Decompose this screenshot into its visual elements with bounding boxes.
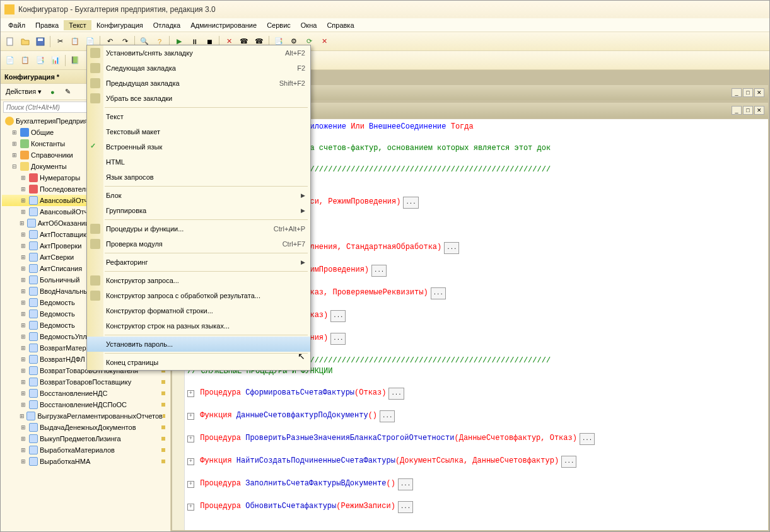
next-icon (90, 63, 100, 73)
fold-button[interactable]: + (187, 390, 194, 397)
menu-admin[interactable]: Администрирование (185, 20, 262, 30)
doc2-close-icon[interactable]: ✕ (754, 106, 764, 115)
menu-shortcut: Ctrl+Alt+P (274, 225, 305, 233)
tree-doc-item[interactable]: ⊞ВосстановлениеНДСПоОС (2, 399, 169, 410)
fold-button[interactable]: + (187, 458, 194, 465)
tree-doc-item[interactable]: ⊞ВосстановлениеНДС (2, 388, 169, 399)
menu-windows[interactable]: Окна (296, 20, 322, 30)
menu-item-установить-снять-закладку[interactable]: Установить/снять закладкуAlt+F2 (87, 45, 310, 61)
menu-item-текстовый-макет[interactable]: Текстовый макет (87, 124, 310, 139)
actions-menu[interactable]: Действия ▾ (3, 85, 44, 99)
menu-item-конструктор-форматной-строки-[interactable]: Конструктор форматной строки... (87, 303, 310, 318)
svg-rect-0 (7, 38, 13, 45)
fold-button[interactable]: + (187, 413, 194, 420)
menu-separator (105, 353, 308, 354)
ellipsis-button[interactable]: ... (398, 478, 413, 490)
ellipsis-button[interactable]: ... (580, 433, 595, 445)
menu-item-конструктор-запроса-[interactable]: Конструктор запроса... (87, 273, 310, 288)
menu-item-проверка-модуля[interactable]: Проверка модуляCtrl+F7 (87, 236, 310, 252)
menu-item-процедуры-и-функции-[interactable]: Процедуры и функции...Ctrl+Alt+P (87, 221, 310, 236)
tree-add[interactable]: ● (45, 85, 59, 99)
menu-item-рефакторинг[interactable]: Рефакторинг▶ (87, 255, 310, 270)
ellipsis-button[interactable]: ... (330, 310, 346, 322)
menu-item-убрать-все-закладки[interactable]: Убрать все закладки (87, 91, 310, 106)
menu-item-следующая-закладка[interactable]: Следующая закладкаF2 (87, 61, 310, 76)
doc2-max-icon[interactable]: □ (743, 106, 753, 115)
menu-debug[interactable]: Отладка (148, 20, 185, 30)
menu-item-html[interactable]: HTML (87, 154, 310, 170)
tree-doc-item[interactable]: ⊞ВыработкаНМА (2, 456, 169, 467)
menu-item-label: Конец страницы (106, 359, 305, 366)
menu-edit[interactable]: Правка (30, 20, 64, 30)
tree-edit[interactable]: ✎ (61, 85, 74, 99)
menu-item-текст[interactable]: Текст (87, 109, 310, 124)
fold-button[interactable]: + (187, 481, 194, 488)
menu-separator (105, 253, 308, 253)
tree-doc-item[interactable]: ⊞ВозвратТоваровПоставщику (2, 376, 169, 388)
proc-icon (90, 224, 100, 234)
ellipsis-button[interactable]: ... (330, 333, 346, 345)
ellipsis-button[interactable]: ... (444, 242, 459, 254)
fold-button[interactable]: + (187, 504, 194, 511)
ellipsis-button[interactable]: ... (388, 388, 404, 400)
doc2-min-icon[interactable]: _ (732, 106, 742, 115)
tb2-5[interactable]: 📗 (68, 54, 82, 67)
menu-item-label: Конструктор запроса с обработкой результ… (106, 292, 305, 299)
menu-help[interactable]: Справка (322, 20, 359, 30)
doc1-close-icon[interactable]: ✕ (754, 88, 764, 97)
title-bar: Конфигуратор - Бухгалтерия предприятия, … (1, 1, 769, 18)
menu-separator (105, 335, 308, 335)
tb2-1[interactable]: 📄 (3, 54, 17, 67)
menu-item-label: Установить пароль... (106, 340, 305, 348)
ellipsis-button[interactable]: ... (371, 265, 387, 277)
menu-service[interactable]: Сервис (262, 20, 296, 30)
menu-item-группировка[interactable]: Группировка▶ (87, 203, 310, 218)
tb-new[interactable] (3, 35, 17, 49)
menu-item-label: Конструктор запроса... (106, 277, 305, 284)
tb-copy[interactable]: 📋 (68, 35, 82, 49)
text-menu-dropdown: Установить/снять закладкуAlt+F2Следующая… (86, 45, 311, 371)
menu-item-язык-запросов[interactable]: Язык запросов (87, 170, 310, 185)
tb-save[interactable] (33, 35, 47, 49)
menu-config[interactable]: Конфигурация (91, 20, 148, 30)
menu-item-label: Конструктор строк на разных языках... (106, 322, 305, 330)
ellipsis-button[interactable]: ... (431, 287, 446, 299)
menu-item-блок[interactable]: Блок▶ (87, 188, 310, 203)
tb2-2[interactable]: 📋 (18, 54, 32, 67)
tree-doc-item[interactable]: ⊞ВыгрузкаРегламентированныхОтчетов (2, 410, 169, 422)
tb-open[interactable] (18, 35, 32, 49)
check-icon (90, 142, 100, 152)
ellipsis-button[interactable]: ... (380, 410, 395, 422)
doc1-min-icon[interactable]: _ (732, 88, 742, 97)
clear-icon (90, 93, 100, 103)
menu-item-предыдущая-закладка[interactable]: Предыдущая закладкаShift+F2 (87, 76, 310, 91)
menu-item-label: HTML (106, 158, 305, 166)
menu-shortcut: Ctrl+F7 (283, 240, 305, 248)
fold-button[interactable]: + (187, 436, 194, 442)
menu-text[interactable]: Текст (64, 20, 91, 30)
tb-cut[interactable]: ✂ (53, 35, 67, 49)
menu-item-конструктор-строк-на-разных-языках-[interactable]: Конструктор строк на разных языках... (87, 318, 310, 333)
doc1-max-icon[interactable]: □ (743, 88, 753, 97)
menu-item-конец-страницы[interactable]: Конец страницы (87, 355, 310, 370)
menu-item-конструктор-запроса-с-обработкой-результата-[interactable]: Конструктор запроса с обработкой результ… (87, 288, 310, 303)
menu-item-встроенный-язык[interactable]: Встроенный язык (87, 139, 310, 154)
bookmark-icon (90, 48, 100, 58)
tree-doc-item[interactable]: ⊞ВыдачаДенежныхДокументов (2, 422, 169, 433)
tree-doc-item[interactable]: ⊞ВыработкаМатериалов (2, 444, 169, 456)
tb-x2[interactable]: ✕ (317, 35, 331, 49)
tb2-3[interactable]: 📑 (33, 54, 47, 67)
main-window: Конфигуратор - Бухгалтерия предприятия, … (0, 0, 770, 532)
menu-item-label: Проверка модуля (106, 240, 283, 248)
ellipsis-button[interactable]: ... (561, 456, 576, 468)
tree-doc-item[interactable]: ⊞ВыкупПредметовЛизинга (2, 433, 169, 444)
menu-item-label: Предыдущая закладка (106, 79, 279, 87)
query2-icon (90, 291, 100, 301)
submenu-arrow-icon: ▶ (301, 259, 305, 265)
menu-item-установить-пароль-[interactable]: Установить пароль... (87, 337, 310, 352)
tb2-4[interactable]: 📊 (49, 54, 62, 67)
window-title: Конфигуратор - Бухгалтерия предприятия, … (18, 5, 216, 14)
menu-file[interactable]: Файл (3, 20, 30, 30)
ellipsis-button[interactable]: ... (403, 197, 418, 209)
ellipsis-button[interactable]: ... (398, 501, 413, 513)
